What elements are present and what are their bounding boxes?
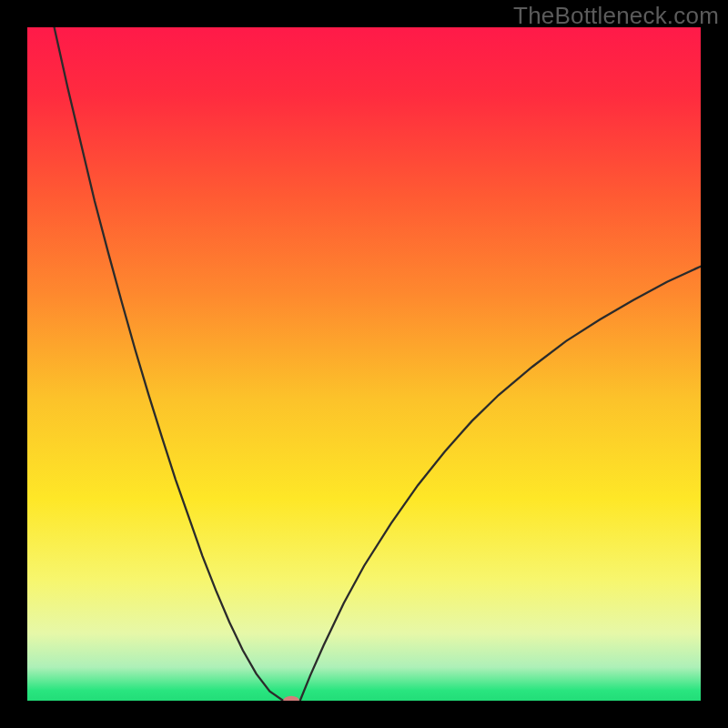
bottleneck-chart (27, 27, 701, 701)
watermark-text: TheBottleneck.com (513, 2, 719, 30)
chart-frame: TheBottleneck.com (0, 0, 728, 728)
gradient-background (27, 27, 701, 701)
plot-area (27, 27, 701, 701)
